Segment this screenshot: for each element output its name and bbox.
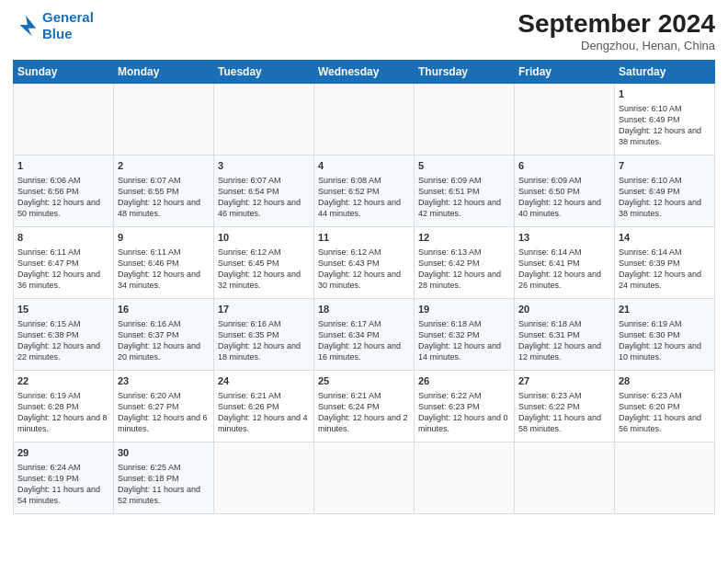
sunset-text: Sunset: 6:51 PM [418,187,480,196]
sunset-text: Sunset: 6:50 PM [518,187,580,196]
day-number: 27 [518,374,610,388]
daylight-text: Daylight: 12 hours and 44 minutes. [318,198,401,218]
daylight-text: Daylight: 12 hours and 0 minutes. [418,413,508,433]
sunrise-text: Sunrise: 6:25 AM [118,463,181,472]
day-number: 1 [619,87,711,101]
sunrise-text: Sunrise: 6:10 AM [619,176,682,185]
daylight-text: Daylight: 11 hours and 52 minutes. [118,485,200,505]
sunrise-text: Sunrise: 6:09 AM [518,176,582,185]
table-row [415,84,515,155]
sunrise-text: Sunrise: 6:22 AM [418,391,482,400]
sunset-text: Sunset: 6:55 PM [118,187,179,196]
sunrise-text: Sunrise: 6:10 AM [619,104,682,113]
table-row: 21Sunrise: 6:19 AMSunset: 6:30 PMDayligh… [615,299,715,371]
day-number: 14 [619,231,711,245]
sunset-text: Sunset: 6:24 PM [318,402,380,411]
daylight-text: Daylight: 12 hours and 8 minutes. [17,413,108,433]
table-row [214,442,314,514]
daylight-text: Daylight: 12 hours and 10 minutes. [619,341,701,362]
table-row: 23Sunrise: 6:20 AMSunset: 6:27 PMDayligh… [114,371,214,442]
table-row: 13Sunrise: 6:14 AMSunset: 6:41 PMDayligh… [515,227,615,299]
table-row [615,442,715,514]
calendar-row: 29Sunrise: 6:24 AMSunset: 6:19 PMDayligh… [14,442,715,514]
sunset-text: Sunset: 6:56 PM [17,187,79,196]
day-number: 29 [17,446,109,460]
day-number: 28 [619,374,711,388]
table-row: 1Sunrise: 6:06 AMSunset: 6:56 PMDaylight… [14,155,114,227]
sunrise-text: Sunrise: 6:06 AM [17,176,81,185]
title-block: September 2024 Dengzhou, Henan, China [518,9,715,52]
day-number: 24 [218,374,310,388]
daylight-text: Daylight: 12 hours and 46 minutes. [218,198,301,218]
day-number: 25 [318,374,410,388]
col-friday: Friday [515,61,615,84]
daylight-text: Daylight: 12 hours and 38 minutes. [619,126,701,146]
table-row: 3Sunrise: 6:07 AMSunset: 6:54 PMDaylight… [214,155,314,227]
day-number: 15 [17,303,109,316]
page: General Blue September 2024 Dengzhou, He… [0,0,728,563]
sunset-text: Sunset: 6:43 PM [318,259,380,268]
sunrise-text: Sunrise: 6:16 AM [118,319,181,328]
sunrise-text: Sunrise: 6:21 AM [318,391,381,400]
table-row: 10Sunrise: 6:12 AMSunset: 6:45 PMDayligh… [214,227,314,299]
sunset-text: Sunset: 6:47 PM [17,259,79,268]
svg-marker-0 [19,16,36,36]
sunrise-text: Sunrise: 6:14 AM [518,247,582,257]
daylight-text: Daylight: 12 hours and 40 minutes. [518,198,601,218]
sunrise-text: Sunrise: 6:09 AM [418,176,482,185]
sunset-text: Sunset: 6:18 PM [118,474,179,483]
daylight-text: Daylight: 12 hours and 30 minutes. [318,270,401,290]
sunrise-text: Sunrise: 6:23 AM [619,391,682,400]
logo-icon [13,13,39,39]
table-row [314,84,415,155]
sunrise-text: Sunrise: 6:12 AM [318,247,381,257]
day-number: 3 [218,159,310,173]
table-row [214,84,314,155]
table-row: 29Sunrise: 6:24 AMSunset: 6:19 PMDayligh… [14,442,114,514]
sunset-text: Sunset: 6:45 PM [218,259,279,268]
daylight-text: Daylight: 12 hours and 6 minutes. [118,413,208,433]
day-number: 6 [518,159,610,173]
day-number: 23 [118,374,210,388]
sunset-text: Sunset: 6:27 PM [118,402,179,411]
daylight-text: Daylight: 11 hours and 56 minutes. [619,413,701,433]
table-row [515,442,615,514]
daylight-text: Daylight: 12 hours and 32 minutes. [218,270,301,290]
table-row: 24Sunrise: 6:21 AMSunset: 6:26 PMDayligh… [214,371,314,442]
day-number: 22 [17,374,109,388]
table-row: 18Sunrise: 6:17 AMSunset: 6:34 PMDayligh… [314,299,415,371]
daylight-text: Daylight: 12 hours and 22 minutes. [17,341,100,362]
sunrise-text: Sunrise: 6:17 AM [318,319,381,328]
table-row [314,442,415,514]
table-row: 17Sunrise: 6:16 AMSunset: 6:35 PMDayligh… [214,299,314,371]
sunset-text: Sunset: 6:26 PM [218,402,279,411]
table-row: 26Sunrise: 6:22 AMSunset: 6:23 PMDayligh… [415,371,515,442]
table-row: 16Sunrise: 6:16 AMSunset: 6:37 PMDayligh… [114,299,214,371]
calendar-table: Sunday Monday Tuesday Wednesday Thursday… [13,60,715,514]
sunrise-text: Sunrise: 6:12 AM [218,247,281,257]
logo-text: General Blue [42,9,94,42]
daylight-text: Daylight: 12 hours and 26 minutes. [518,270,601,290]
sunrise-text: Sunrise: 6:20 AM [118,391,181,400]
sunset-text: Sunset: 6:28 PM [17,402,79,411]
sunrise-text: Sunrise: 6:18 AM [418,319,482,328]
day-number: 7 [619,159,711,173]
sunrise-text: Sunrise: 6:15 AM [17,319,81,328]
sunset-text: Sunset: 6:41 PM [518,259,580,268]
location: Dengzhou, Henan, China [518,39,715,52]
sunrise-text: Sunrise: 6:11 AM [118,247,181,257]
sunrise-text: Sunrise: 6:19 AM [17,391,81,400]
sunset-text: Sunset: 6:31 PM [518,330,580,339]
table-row: 4Sunrise: 6:08 AMSunset: 6:52 PMDaylight… [314,155,415,227]
sunset-text: Sunset: 6:22 PM [518,402,580,411]
daylight-text: Daylight: 11 hours and 54 minutes. [17,485,100,505]
daylight-text: Daylight: 12 hours and 42 minutes. [418,198,501,218]
daylight-text: Daylight: 12 hours and 16 minutes. [318,341,401,362]
daylight-text: Daylight: 12 hours and 34 minutes. [118,270,200,290]
sunset-text: Sunset: 6:20 PM [619,402,680,411]
day-number: 16 [118,303,210,316]
daylight-text: Daylight: 12 hours and 12 minutes. [518,341,601,362]
sunset-text: Sunset: 6:46 PM [118,259,179,268]
day-number: 12 [418,231,510,245]
table-row: 7Sunrise: 6:10 AMSunset: 6:49 PMDaylight… [615,155,715,227]
